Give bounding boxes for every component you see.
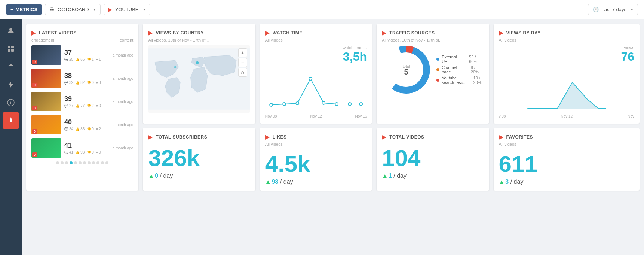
pagination-dot[interactable] <box>79 161 82 164</box>
sidebar-item-info[interactable]: i <box>3 94 19 111</box>
card-title: WATCH TIME <box>273 30 303 36</box>
stat-value: 611 <box>499 152 634 176</box>
world-map: + − ⌂ <box>148 45 250 113</box>
card-header: ▶ TOTAL SUBSCRIBERS <box>148 133 250 140</box>
delta-value: 0 <box>155 173 158 179</box>
zoom-out-button[interactable]: − <box>238 58 247 67</box>
card-title: TOTAL SUBSCRIBERS <box>156 134 207 140</box>
pagination-dot[interactable] <box>105 161 108 164</box>
video-time: a month ago <box>113 146 134 150</box>
svg-point-17 <box>348 103 351 106</box>
card-subtitle: All videos <box>265 38 367 42</box>
engagement-col-label: engagement <box>31 38 54 42</box>
svg-point-11 <box>270 103 273 106</box>
dislike-stat: 👎0 <box>87 127 94 131</box>
delta-arrow: ▲ <box>148 173 154 179</box>
card-header: ▶ VIEWS BY DAY <box>499 29 634 36</box>
dislike-stat: 👎1 <box>87 57 94 61</box>
stat-delta: ▲0 / day <box>148 173 250 179</box>
svg-point-12 <box>283 103 286 106</box>
pagination-dot[interactable] <box>65 161 68 164</box>
dislike-stat: 👎0 <box>87 150 94 154</box>
sidebar-item-user[interactable] <box>3 22 19 39</box>
stat-value: 326k <box>148 146 250 170</box>
sidebar-item-bug[interactable] <box>3 112 19 129</box>
pagination-dot[interactable] <box>74 161 77 164</box>
youtube-dropdown[interactable]: ▶ YOUTUBE ▾ <box>104 4 150 15</box>
dislike-stat: 👎0 <box>87 81 94 85</box>
watch-time-chart-label: watch time,... <box>265 45 367 50</box>
video-number: 38 <box>64 72 110 80</box>
video-badge: 0 <box>32 106 37 110</box>
zoom-in-button[interactable]: + <box>238 48 247 57</box>
video-stats: 💬32 👍82 👎0 ♥3 <box>64 81 110 85</box>
chevron-down-icon: ▾ <box>631 7 633 12</box>
pagination-dot[interactable] <box>83 161 86 164</box>
favorite-stat: ♥2 <box>96 127 101 131</box>
watch-time-x-labels: Nov 08 Nov 12 Nov 16 <box>265 114 367 118</box>
card-header: ▶ TRAFFIC SOURCES <box>382 29 484 36</box>
stat-delta: ▲3 / day <box>499 179 634 185</box>
chevron-down-icon: ▾ <box>93 7 96 12</box>
video-time: a month ago <box>113 53 134 57</box>
sidebar-item-bolt[interactable] <box>3 76 19 93</box>
pagination-dot[interactable] <box>61 161 64 164</box>
pagination-dot[interactable] <box>92 161 95 164</box>
stat-value: 104 <box>382 146 484 170</box>
card-header: ▶ WATCH TIME <box>265 29 367 36</box>
card-subtitle: All videos, 10th of Nov - 17th of... <box>382 38 484 42</box>
delta-value: 1 <box>389 173 392 179</box>
favorite-stat: ♥0 <box>96 150 101 154</box>
pagination-dot[interactable] <box>56 161 59 164</box>
map-controls: + − ⌂ <box>238 48 247 77</box>
video-thumbnail: 0 <box>31 69 61 88</box>
plus-icon: + <box>10 7 13 12</box>
youtube-icon: ▶ <box>265 29 270 36</box>
favorite-stat: ♥1 <box>96 57 101 61</box>
pagination-dot[interactable] <box>101 161 104 164</box>
pagination-dot[interactable] <box>88 161 91 164</box>
card-subtitle: All videos <box>499 38 634 42</box>
video-number: 37 <box>64 49 110 57</box>
traffic-sources-card: ▶ TRAFFIC SOURCES All videos, 10th of No… <box>377 24 489 124</box>
video-thumbnail: 0 <box>31 45 61 65</box>
legend-dot-youtube <box>436 79 439 82</box>
watch-time-card: ▶ WATCH TIME All videos watch time,... 3… <box>260 24 372 124</box>
card-title: VIEWS BY COUNTRY <box>156 30 204 36</box>
latest-videos-card: ▶ LATEST VIDEOS engagement content 0 37 … <box>26 24 138 191</box>
video-thumbnail: 0 <box>31 92 61 111</box>
legend-label: Channel page <box>442 65 466 74</box>
main-content: ▶ VIEWS BY COUNTRY All videos, 10th of N… <box>22 19 644 255</box>
pagination-dot[interactable] <box>96 161 99 164</box>
youtube-icon: ▶ <box>148 133 153 140</box>
video-badge: 0 <box>32 60 37 64</box>
youtube-icon: ▶ <box>499 133 503 140</box>
card-title: LIKES <box>273 134 287 140</box>
youtube-icon: ▶ <box>382 29 386 36</box>
svg-point-10 <box>174 66 176 68</box>
watch-time-value: 3,5h <box>265 50 367 64</box>
add-button[interactable]: + METRICS <box>6 4 42 15</box>
video-stats: 💬34 👍86 👎0 ♥2 <box>64 127 110 131</box>
sidebar-item-dashboard[interactable] <box>3 40 19 57</box>
list-item: 0 40 💬34 👍86 👎0 ♥2 a month ago <box>31 115 133 134</box>
delta-value: 98 <box>272 179 279 185</box>
svg-point-13 <box>296 102 299 105</box>
card-header: ▶ TOTAL VIDEOS <box>382 133 484 140</box>
video-info: 38 💬32 👍82 👎0 ♥3 <box>64 72 110 85</box>
legend-item-channel: Channel page 9 / 20% <box>436 65 484 74</box>
home-button[interactable]: ⌂ <box>238 68 247 77</box>
svg-point-7 <box>10 118 12 119</box>
octoboard-dropdown[interactable]: 🏛 OCTOBOARD ▾ <box>45 4 101 15</box>
sidebar-item-bank[interactable] <box>3 58 19 75</box>
comment-stat: 💬41 <box>64 150 73 154</box>
pagination-dot-active[interactable] <box>70 161 73 164</box>
chevron-down-icon: ▾ <box>143 7 145 12</box>
svg-point-9 <box>196 61 199 64</box>
video-time: a month ago <box>113 123 134 127</box>
timerange-dropdown[interactable]: 🕐 Last 7 days ▾ <box>588 4 638 15</box>
legend-value: 10 / 20% <box>470 76 484 85</box>
svg-rect-1 <box>8 46 10 48</box>
card-subtitle: All videos <box>499 142 634 146</box>
youtube-icon: ▶ <box>499 29 503 36</box>
